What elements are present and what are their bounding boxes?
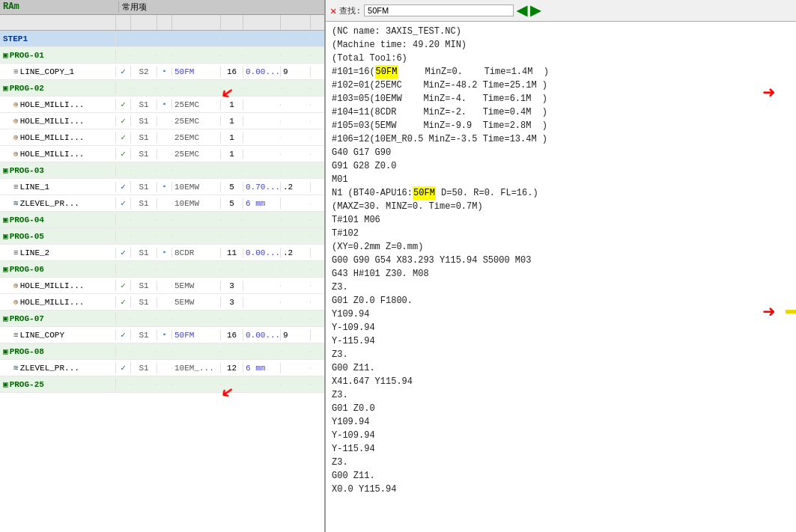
cell-name-line_copy_1: ≡LINE_COPY_1 xyxy=(0,67,116,77)
code-line-0: (NC name: 3AXIS_TEST.NC) xyxy=(332,25,790,38)
tree-row-line_2[interactable]: ≡LINE_2 ✓ S1 ▪ 8CDR 11 0.00... .2 xyxy=(0,245,324,261)
tree-row-prog02[interactable]: ▣PROG-02 xyxy=(0,80,324,97)
cell-name-hole_milli1: ⊕HOLE_MILLI... xyxy=(0,99,116,110)
code-line-23: Y-115.94 xyxy=(332,334,790,348)
cell-tool-icon-prog25 xyxy=(157,384,172,385)
cell-tool-zlevel_pr1: 10EMW xyxy=(172,198,221,209)
cell-val1-prog25 xyxy=(243,384,281,385)
tree-row-hole_milli2[interactable]: ⊕HOLE_MILLI... ✓ S1 25EMC 1 xyxy=(0,113,324,129)
tree-row-hole_milli1[interactable]: ⊕HOLE_MILLI... ✓ S1 ▪ 25EMC 1 xyxy=(0,97,324,113)
cell-spindle-prog25 xyxy=(131,384,157,385)
cell-num-prog05 xyxy=(221,236,243,237)
cell-val2-zlevel_pr2 xyxy=(281,367,311,369)
tree-row-prog01[interactable]: ▣PROG-01 xyxy=(0,47,324,64)
tree-row-prog04[interactable]: ▣PROG-04 xyxy=(0,212,324,228)
tree-row-prog05[interactable]: ▣PROG-05 xyxy=(0,228,324,245)
prog-folder-icon: ▣ xyxy=(3,83,8,93)
tree-row-hole_milli3[interactable]: ⊕HOLE_MILLI... ✓ S1 25EMC 1 xyxy=(0,129,324,146)
tree-row-hole_milli4[interactable]: ⊕HOLE_MILLI... ✓ S1 25EMC 1 xyxy=(0,146,324,162)
cell-tool-icon-line_2: ▪ xyxy=(157,248,172,257)
cell-tool-prog02 xyxy=(172,88,221,89)
cell-tool-hole_milli2: 25EMC xyxy=(172,116,221,126)
cell-tool-hole_milli3: 25EMC xyxy=(172,132,221,143)
cell-spindle-hole_milli1: S1 xyxy=(131,100,157,110)
cell-name-hole_milli6: ⊕HOLE_MILLI... xyxy=(0,296,116,308)
header-val1 xyxy=(243,15,281,30)
cell-num-prog06 xyxy=(221,269,243,270)
common-col-header: 常用项 xyxy=(119,1,147,13)
tree-row-zlevel_pr1[interactable]: ≋ZLEVEL_PR... ✓ S1 10EMW 5 6 mm xyxy=(0,195,324,212)
tree-row-prog08[interactable]: ▣PROG-08 xyxy=(0,343,324,360)
cell-tool-icon-line_copy: ▪ xyxy=(157,330,172,340)
step1-row[interactable]: STEP1 xyxy=(0,31,324,47)
tree-row-prog06[interactable]: ▣PROG-06 xyxy=(0,261,324,278)
cell-name-prog05: ▣PROG-05 xyxy=(0,230,116,242)
line-icon: ≡ xyxy=(13,183,19,192)
tree-row-prog03[interactable]: ▣PROG-03 xyxy=(0,162,324,179)
cell-spindle-prog05 xyxy=(131,236,157,237)
cell-val1-prog04 xyxy=(243,219,281,221)
cell-tool-icon-hole_milli4 xyxy=(157,153,172,155)
cell-name-hole_milli4: ⊕HOLE_MILLI... xyxy=(0,148,116,159)
cell-tool-icon-prog03 xyxy=(157,170,172,171)
code-line-34: X0.0 Y115.94 xyxy=(332,483,790,496)
name-label-line_copy: LINE_COPY xyxy=(20,331,64,340)
code-line-26: X41.647 Y115.94 xyxy=(332,375,790,388)
cell-spindle-prog01 xyxy=(131,55,157,56)
line-icon: ≡ xyxy=(13,67,19,76)
tree-row-line_copy[interactable]: ≡LINE_COPY ✓ S1 ▪ 50FM 16 0.00... 9 xyxy=(0,327,324,343)
cell-tool-icon-hole_milli6 xyxy=(157,302,172,303)
cell-val2-line_1: .2 xyxy=(281,182,311,192)
column-headers xyxy=(0,15,324,31)
cell-val2-hole_milli2 xyxy=(281,120,311,122)
header-icon xyxy=(157,15,172,30)
name-label-prog06: PROG-06 xyxy=(10,265,44,274)
cell-tool-prog25 xyxy=(172,384,221,385)
search-close-button[interactable]: ✕ xyxy=(330,4,336,17)
step1-tool xyxy=(172,38,221,40)
tree-row-hole_milli6[interactable]: ⊕HOLE_MILLI... ✓ S1 5EMW 3 xyxy=(0,294,324,311)
code-line-8: #106=12(10EM_R0.5 MinZ=-3.5 Time=13.4M ) xyxy=(332,132,790,146)
cell-spindle-line_1: S1 xyxy=(131,182,157,192)
cell-spindle-line_copy_1: S2 xyxy=(131,67,157,77)
search-input[interactable] xyxy=(364,4,514,16)
name-label-prog04: PROG-04 xyxy=(10,215,44,224)
tool-icon: ▪ xyxy=(162,100,166,108)
cell-spindle-prog03 xyxy=(131,170,157,171)
tree-row-prog25[interactable]: ▣PROG-25 xyxy=(0,376,324,393)
cell-status-prog07 xyxy=(116,318,131,319)
cell-name-prog08: ▣PROG-08 xyxy=(0,346,116,357)
cell-val1-hole_milli5 xyxy=(243,285,281,287)
code-line-16: (XY=0.2mm Z=0.mm) xyxy=(332,240,790,254)
tree-row-hole_milli5[interactable]: ⊕HOLE_MILLI... ✓ S1 5EMW 3 xyxy=(0,278,324,294)
cell-tool-hole_milli4: 25EMC xyxy=(172,149,221,159)
name-label-hole_milli2: HOLE_MILLI... xyxy=(20,117,85,126)
cell-val1-line_copy: 0.00... xyxy=(243,330,281,340)
cell-val1-zlevel_pr2: 6 mm xyxy=(243,363,281,373)
tree-row-line_1[interactable]: ≡LINE_1 ✓ S1 ▪ 10EMW 5 0.70... .2 xyxy=(0,179,324,195)
search-prev-button[interactable]: ◀ xyxy=(517,2,527,19)
cell-num-zlevel_pr2: 12 xyxy=(221,363,243,373)
cell-num-line_copy_1: 16 xyxy=(221,67,243,77)
cell-num-line_copy: 16 xyxy=(221,330,243,340)
cell-name-prog01: ▣PROG-01 xyxy=(0,49,116,61)
code-line-3: #101=16(50FM MinZ=0. Time=1.4M ) xyxy=(332,65,790,79)
cell-val1-hole_milli4 xyxy=(243,153,281,155)
step1-val1 xyxy=(243,38,281,40)
cell-tool-icon-hole_milli1: ▪ xyxy=(157,100,172,109)
tree-row-zlevel_pr2[interactable]: ≋ZLEVEL_PR... ✓ S1 10EM_... 12 6 mm xyxy=(0,360,324,376)
cell-status-prog08 xyxy=(116,351,131,352)
code-area[interactable]: (NC name: 3AXIS_TEST.NC)(Machine time: 4… xyxy=(326,22,796,532)
code-line-24: Z3. xyxy=(332,348,790,361)
tree-area[interactable]: ▣PROG-01 ≡LINE_COPY_1 ✓ S2 ▪ 50FM 16 0.0… xyxy=(0,47,324,532)
name-label-hole_milli5: HOLE_MILLI... xyxy=(20,281,85,290)
tree-row-prog07[interactable]: ▣PROG-07 xyxy=(0,311,324,327)
tree-row-line_copy_1[interactable]: ≡LINE_COPY_1 ✓ S2 ▪ 50FM 16 0.00... 9 xyxy=(0,64,324,80)
header-spindle xyxy=(131,15,157,30)
cell-status-hole_milli2: ✓ xyxy=(116,115,131,126)
name-label-prog02: PROG-02 xyxy=(10,84,44,93)
search-next-button[interactable]: ▶ xyxy=(530,2,541,19)
tool-icon: ▪ xyxy=(162,331,166,339)
prog-folder-icon: ▣ xyxy=(3,165,8,175)
cell-num-prog01 xyxy=(221,55,243,56)
